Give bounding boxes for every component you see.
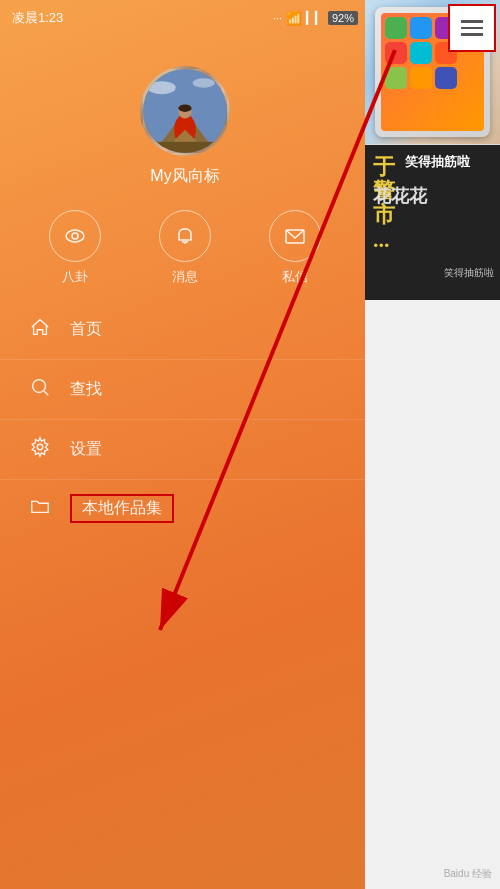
nav-item-search[interactable]: 查找 [0, 360, 370, 420]
dm-label: 私信 [282, 268, 308, 286]
nav-item-settings[interactable]: 设置 [0, 420, 370, 480]
nav-item-home[interactable]: 首页 [0, 300, 370, 360]
svg-point-8 [178, 104, 191, 111]
cellular-icon: ▎▎ [306, 11, 324, 25]
quick-actions: 八卦 消息 私信 [0, 210, 370, 286]
gossip-icon [49, 210, 101, 262]
baidu-watermark: Baidu 经验 [444, 867, 492, 881]
avatar-section: My风向标 [0, 36, 370, 187]
bell-icon [159, 210, 211, 262]
status-icons: ··· 📶 ▎▎ 92% [273, 11, 358, 26]
home-label: 首页 [70, 319, 102, 340]
right-panel: 于警市... 笑得抽筋啦 花花花 笑得抽筋啦 [365, 0, 500, 889]
settings-label: 设置 [70, 439, 102, 460]
mail-icon [269, 210, 321, 262]
menu-line-1 [461, 20, 483, 23]
message-label: 消息 [172, 268, 198, 286]
search-label: 查找 [70, 379, 102, 400]
settings-icon [28, 436, 52, 463]
svg-rect-5 [143, 142, 227, 153]
gossip-label: 八卦 [62, 268, 88, 286]
svg-point-2 [192, 78, 214, 87]
status-bar: 凌晨1:23 ··· 📶 ▎▎ 92% [0, 0, 370, 36]
menu-button[interactable] [448, 4, 496, 52]
svg-line-15 [44, 391, 48, 395]
menu-line-3 [461, 33, 483, 36]
wifi-icon: 📶 [286, 11, 302, 26]
avatar-image [143, 66, 227, 156]
quick-action-message[interactable]: 消息 [159, 210, 211, 286]
battery-icon: 92% [328, 11, 358, 25]
svg-point-14 [33, 380, 46, 393]
nav-menu: 首页 查找 设置 本地作品集 [0, 300, 370, 537]
local-works-label: 本地作品集 [82, 499, 162, 516]
nav-item-local-works[interactable]: 本地作品集 [0, 480, 370, 537]
quick-action-gossip[interactable]: 八卦 [49, 210, 101, 286]
svg-point-10 [72, 233, 78, 239]
local-works-label-box: 本地作品集 [70, 494, 174, 523]
username: My风向标 [150, 166, 219, 187]
home-icon [28, 316, 52, 343]
folder-icon [28, 495, 52, 522]
svg-point-1 [148, 81, 176, 94]
signal-dots-icon: ··· [273, 12, 282, 24]
right-panel-bottom-image: 于警市... 笑得抽筋啦 花花花 笑得抽筋啦 [365, 145, 500, 300]
menu-line-2 [461, 27, 483, 30]
svg-point-9 [66, 230, 84, 242]
status-time: 凌晨1:23 [12, 9, 63, 27]
avatar[interactable] [140, 66, 230, 156]
search-icon [28, 376, 52, 403]
svg-point-16 [37, 444, 43, 450]
quick-action-dm[interactable]: 私信 [269, 210, 321, 286]
